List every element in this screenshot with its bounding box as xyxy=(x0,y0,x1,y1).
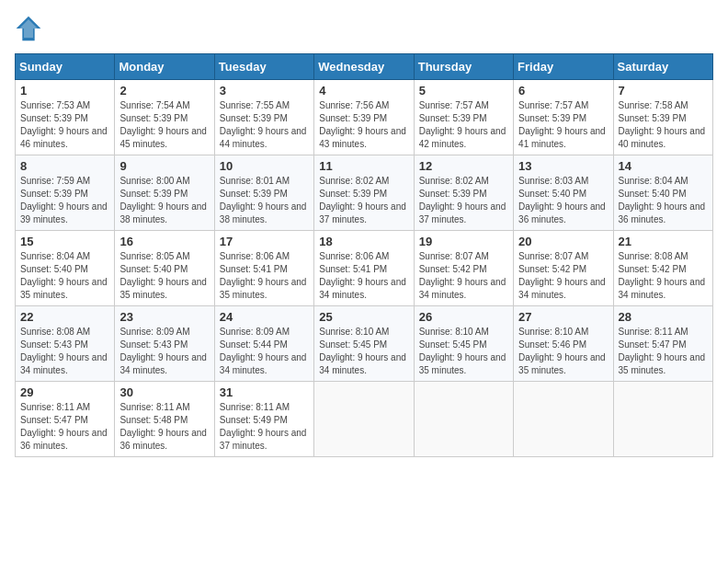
day-info: Sunrise: 8:07 AMSunset: 5:42 PMDaylight:… xyxy=(419,251,506,300)
calendar-cell xyxy=(414,382,513,457)
day-info: Sunrise: 8:03 AMSunset: 5:40 PMDaylight:… xyxy=(518,176,606,224)
day-number: 8 xyxy=(20,159,109,173)
week-row-2: 8Sunrise: 7:59 AMSunset: 5:39 PMDaylight… xyxy=(16,155,713,231)
calendar-cell: 19Sunrise: 8:07 AMSunset: 5:42 PMDayligh… xyxy=(414,231,513,306)
day-number: 10 xyxy=(220,159,309,173)
day-info: Sunrise: 8:06 AMSunset: 5:41 PMDaylight:… xyxy=(319,251,406,300)
day-number: 31 xyxy=(220,385,309,399)
day-info: Sunrise: 7:55 AMSunset: 5:39 PMDaylight:… xyxy=(220,100,307,149)
calendar-cell: 11Sunrise: 8:02 AMSunset: 5:39 PMDayligh… xyxy=(314,155,414,231)
day-info: Sunrise: 8:02 AMSunset: 5:39 PMDaylight:… xyxy=(319,176,406,224)
day-number: 12 xyxy=(419,159,508,173)
day-info: Sunrise: 8:00 AMSunset: 5:39 PMDaylight:… xyxy=(119,176,207,224)
week-row-5: 29Sunrise: 8:11 AMSunset: 5:47 PMDayligh… xyxy=(16,382,713,457)
day-number: 24 xyxy=(220,310,309,324)
day-number: 6 xyxy=(518,84,608,98)
week-row-4: 22Sunrise: 8:08 AMSunset: 5:43 PMDayligh… xyxy=(16,306,713,382)
calendar-cell: 29Sunrise: 8:11 AMSunset: 5:47 PMDayligh… xyxy=(16,382,115,457)
calendar-cell: 10Sunrise: 8:01 AMSunset: 5:39 PMDayligh… xyxy=(214,155,313,231)
logo-icon xyxy=(15,15,42,42)
calendar-cell: 14Sunrise: 8:04 AMSunset: 5:40 PMDayligh… xyxy=(613,155,712,231)
calendar-cell: 25Sunrise: 8:10 AMSunset: 5:45 PMDayligh… xyxy=(314,306,414,382)
logo xyxy=(15,15,46,42)
calendar-header-row: SundayMondayTuesdayWednesdayThursdayFrid… xyxy=(16,54,713,80)
day-number: 9 xyxy=(119,159,209,173)
day-number: 23 xyxy=(119,310,209,324)
day-number: 11 xyxy=(319,159,408,173)
calendar-cell: 30Sunrise: 8:11 AMSunset: 5:48 PMDayligh… xyxy=(115,382,214,457)
page-header xyxy=(15,15,713,42)
calendar-cell: 9Sunrise: 8:00 AMSunset: 5:39 PMDaylight… xyxy=(115,155,214,231)
day-info: Sunrise: 8:01 AMSunset: 5:39 PMDaylight:… xyxy=(220,176,307,224)
day-number: 5 xyxy=(419,84,508,98)
day-info: Sunrise: 7:54 AMSunset: 5:39 PMDaylight:… xyxy=(119,100,207,149)
day-number: 2 xyxy=(119,84,209,98)
week-row-3: 15Sunrise: 8:04 AMSunset: 5:40 PMDayligh… xyxy=(16,231,713,306)
calendar-cell: 16Sunrise: 8:05 AMSunset: 5:40 PMDayligh… xyxy=(115,231,214,306)
day-number: 18 xyxy=(319,235,408,248)
calendar-cell: 7Sunrise: 7:58 AMSunset: 5:39 PMDaylight… xyxy=(613,80,712,155)
calendar-cell: 2Sunrise: 7:54 AMSunset: 5:39 PMDaylight… xyxy=(115,80,214,155)
day-number: 3 xyxy=(220,84,309,98)
day-info: Sunrise: 8:09 AMSunset: 5:44 PMDaylight:… xyxy=(220,327,307,375)
day-info: Sunrise: 8:06 AMSunset: 5:41 PMDaylight:… xyxy=(220,251,307,300)
col-header-wednesday: Wednesday xyxy=(314,54,414,80)
calendar-cell: 26Sunrise: 8:10 AMSunset: 5:45 PMDayligh… xyxy=(414,306,513,382)
day-info: Sunrise: 7:59 AMSunset: 5:39 PMDaylight:… xyxy=(20,176,108,224)
day-info: Sunrise: 7:58 AMSunset: 5:39 PMDaylight:… xyxy=(619,100,706,149)
day-number: 15 xyxy=(20,235,109,248)
calendar-cell: 12Sunrise: 8:02 AMSunset: 5:39 PMDayligh… xyxy=(414,155,513,231)
col-header-tuesday: Tuesday xyxy=(214,54,313,80)
calendar-cell: 8Sunrise: 7:59 AMSunset: 5:39 PMDaylight… xyxy=(16,155,115,231)
calendar-cell: 5Sunrise: 7:57 AMSunset: 5:39 PMDaylight… xyxy=(414,80,513,155)
col-header-sunday: Sunday xyxy=(16,54,115,80)
col-header-friday: Friday xyxy=(514,54,613,80)
day-number: 27 xyxy=(518,310,608,324)
day-info: Sunrise: 8:05 AMSunset: 5:40 PMDaylight:… xyxy=(119,251,207,300)
calendar-cell: 21Sunrise: 8:08 AMSunset: 5:42 PMDayligh… xyxy=(613,231,712,306)
calendar-cell: 31Sunrise: 8:11 AMSunset: 5:49 PMDayligh… xyxy=(214,382,313,457)
day-number: 14 xyxy=(619,159,708,173)
col-header-monday: Monday xyxy=(115,54,214,80)
day-number: 16 xyxy=(119,235,209,248)
calendar-cell: 23Sunrise: 8:09 AMSunset: 5:43 PMDayligh… xyxy=(115,306,214,382)
day-number: 7 xyxy=(619,84,708,98)
day-info: Sunrise: 8:10 AMSunset: 5:45 PMDaylight:… xyxy=(419,327,506,375)
calendar-cell: 3Sunrise: 7:55 AMSunset: 5:39 PMDaylight… xyxy=(214,80,313,155)
calendar-cell: 28Sunrise: 8:11 AMSunset: 5:47 PMDayligh… xyxy=(613,306,712,382)
day-info: Sunrise: 8:04 AMSunset: 5:40 PMDaylight:… xyxy=(619,176,706,224)
calendar-cell: 20Sunrise: 8:07 AMSunset: 5:42 PMDayligh… xyxy=(514,231,613,306)
day-info: Sunrise: 7:53 AMSunset: 5:39 PMDaylight:… xyxy=(20,100,108,149)
calendar-cell xyxy=(613,382,712,457)
day-info: Sunrise: 8:08 AMSunset: 5:42 PMDaylight:… xyxy=(619,251,706,300)
calendar-cell: 13Sunrise: 8:03 AMSunset: 5:40 PMDayligh… xyxy=(514,155,613,231)
day-info: Sunrise: 8:04 AMSunset: 5:40 PMDaylight:… xyxy=(20,251,108,300)
day-number: 17 xyxy=(220,235,309,248)
day-info: Sunrise: 8:02 AMSunset: 5:39 PMDaylight:… xyxy=(419,176,506,224)
day-number: 29 xyxy=(20,385,109,399)
day-info: Sunrise: 8:11 AMSunset: 5:48 PMDaylight:… xyxy=(119,402,207,451)
calendar-cell: 27Sunrise: 8:10 AMSunset: 5:46 PMDayligh… xyxy=(514,306,613,382)
day-info: Sunrise: 7:57 AMSunset: 5:39 PMDaylight:… xyxy=(419,100,506,149)
day-number: 25 xyxy=(319,310,408,324)
calendar-cell: 22Sunrise: 8:08 AMSunset: 5:43 PMDayligh… xyxy=(16,306,115,382)
col-header-thursday: Thursday xyxy=(414,54,513,80)
calendar-table: SundayMondayTuesdayWednesdayThursdayFrid… xyxy=(15,53,713,457)
calendar-cell: 17Sunrise: 8:06 AMSunset: 5:41 PMDayligh… xyxy=(214,231,313,306)
day-info: Sunrise: 7:57 AMSunset: 5:39 PMDaylight:… xyxy=(518,100,606,149)
day-number: 30 xyxy=(119,385,209,399)
calendar-cell: 6Sunrise: 7:57 AMSunset: 5:39 PMDaylight… xyxy=(514,80,613,155)
day-number: 26 xyxy=(419,310,508,324)
day-number: 20 xyxy=(518,235,608,248)
day-number: 1 xyxy=(20,84,109,98)
day-info: Sunrise: 8:11 AMSunset: 5:47 PMDaylight:… xyxy=(619,327,706,375)
col-header-saturday: Saturday xyxy=(613,54,712,80)
calendar-cell xyxy=(314,382,414,457)
day-info: Sunrise: 7:56 AMSunset: 5:39 PMDaylight:… xyxy=(319,100,406,149)
day-info: Sunrise: 8:11 AMSunset: 5:49 PMDaylight:… xyxy=(220,402,307,451)
day-number: 19 xyxy=(419,235,508,248)
day-info: Sunrise: 8:10 AMSunset: 5:45 PMDaylight:… xyxy=(319,327,406,375)
day-number: 13 xyxy=(518,159,608,173)
day-info: Sunrise: 8:10 AMSunset: 5:46 PMDaylight:… xyxy=(518,327,606,375)
calendar-cell: 1Sunrise: 7:53 AMSunset: 5:39 PMDaylight… xyxy=(16,80,115,155)
